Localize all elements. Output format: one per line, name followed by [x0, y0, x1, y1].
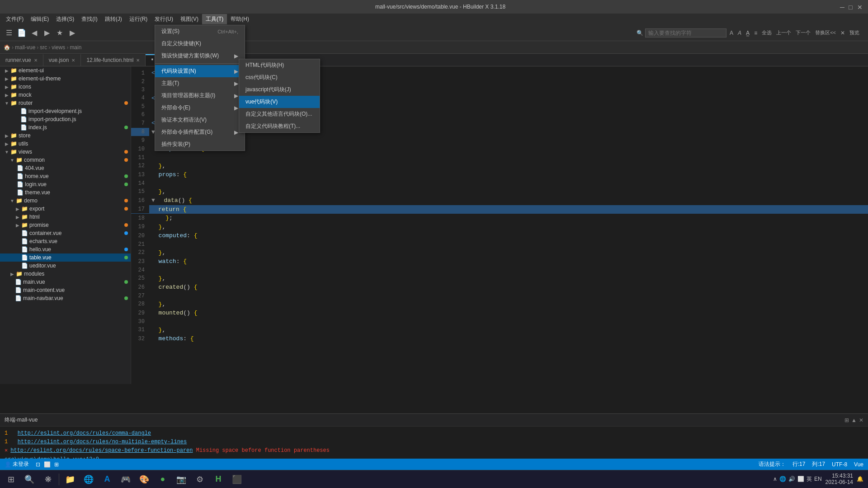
menu-plugin-install[interactable]: 插件安装(P) [155, 138, 245, 150]
toolbar-select-all[interactable]: 全选 [760, 29, 773, 36]
file-explorer-button[interactable]: 📁 [61, 471, 79, 488]
browser-button[interactable]: 🌐 [80, 471, 97, 488]
sidebar-item-theme[interactable]: 📄 theme.vue [0, 188, 131, 197]
sidebar-item-index-js[interactable]: 📄 index.js [0, 123, 131, 131]
tab-close-icon[interactable]: ✕ [136, 58, 140, 63]
submenu-tutorial[interactable]: 自定义代码块教程(T)... [239, 120, 320, 132]
camera-button[interactable]: 📷 [173, 471, 190, 488]
search-button[interactable]: 🔍 [21, 471, 38, 488]
menu-file[interactable]: 文件(F) [2, 14, 27, 24]
submenu-custom-lang[interactable]: 自定义其他语言代码块(O)... [239, 108, 320, 120]
toolbar-find-next[interactable]: 下一个 [794, 29, 812, 36]
start-button[interactable]: ⊞ [2, 471, 19, 488]
menu-select[interactable]: 选择(S) [52, 14, 78, 24]
sidebar-item-main-content[interactable]: 📄 main-content.vue [0, 286, 131, 294]
run-button[interactable]: ▶ [67, 28, 78, 38]
menu-settings[interactable]: 设置(S) Ctrl+Alt+, [155, 25, 245, 38]
toolbar-icon-underline[interactable]: A̲ [745, 30, 751, 36]
sidebar-item-promise[interactable]: ▶ 📁 promise [0, 221, 131, 229]
menu-find[interactable]: 查找(I) [78, 14, 101, 24]
sidebar-item-login[interactable]: 📄 login.vue [0, 180, 131, 188]
photoshop-button[interactable]: 🎨 [136, 471, 153, 488]
menu-project-icon-theme[interactable]: 项目管理器图标主题(I) ▶ [155, 89, 245, 102]
submenu-css[interactable]: css代码块(C) [239, 71, 320, 84]
tab-vue-json[interactable]: vue.json ✕ [43, 54, 81, 66]
sidebar-item-modules[interactable]: ▶ 📁 modules [0, 270, 131, 278]
menu-run[interactable]: 运行(R) [126, 14, 151, 24]
search-input[interactable] [645, 28, 726, 38]
menu-external-plugin-config[interactable]: 外部命令插件配置(G) ▶ [155, 126, 245, 138]
bc-views[interactable]: views [52, 44, 65, 51]
volume-icon[interactable]: 🔊 [788, 476, 795, 482]
eslint-link-2[interactable]: http://eslint.org/docs/rules/no-multiple… [18, 439, 187, 445]
toolbar-icon-align[interactable]: ≡ [753, 30, 759, 36]
maximize-button[interactable]: □ [849, 4, 855, 10]
toolbar-preview[interactable]: 预览 [848, 29, 861, 36]
submenu-html[interactable]: HTML代码块(H) [239, 59, 320, 71]
sidebar-item-html[interactable]: ▶ 📁 html [0, 213, 131, 221]
sidebar-item-element-ui[interactable]: ▶ 📁 element-ui [0, 66, 131, 75]
extra-button[interactable]: ⬛ [228, 471, 245, 488]
toolbar-replace[interactable]: 替换区<< [814, 29, 837, 36]
sidebar-item-export[interactable]: ▶ 📁 export [0, 205, 131, 213]
sidebar-item-import-prod[interactable]: 📄 import-production.js [0, 115, 131, 123]
toolbar-find-prev[interactable]: 上一个 [775, 29, 793, 36]
grid-icon[interactable]: ⊞ [54, 461, 59, 468]
toolbar-close-search[interactable]: ✕ [839, 30, 846, 36]
sidebar-item-import-dev[interactable]: 📄 import-development.js [0, 107, 131, 115]
terminal-close-icon[interactable]: ✕ [859, 417, 863, 423]
terminal-collapse-icon[interactable]: ▲ [851, 417, 857, 423]
sidebar-item-store[interactable]: ▶ 📁 store [0, 131, 131, 140]
menu-external-commands[interactable]: 外部命令(E) ▶ [155, 102, 245, 114]
menu-custom-shortcut[interactable]: 自定义快捷键(K) [155, 38, 245, 50]
menu-help[interactable]: 帮助(H) [227, 14, 253, 24]
tab-life-function[interactable]: 12.life-function.html ✕ [81, 54, 146, 66]
hbuilder-button[interactable]: H [210, 471, 227, 488]
menu-publish[interactable]: 发行(U) [151, 14, 177, 24]
submenu-vue[interactable]: vue代码块(V) [239, 96, 320, 108]
sidebar-item-main-navbar[interactable]: 📄 main-navbar.vue [0, 294, 131, 302]
notification-icon[interactable]: 🔔 [857, 476, 863, 482]
sidebar-item-home[interactable]: 📄 home.vue [0, 172, 131, 180]
tab-close-icon[interactable]: ✕ [71, 58, 75, 63]
sidebar-item-views[interactable]: ▼ 📁 views [0, 148, 131, 156]
menu-tools[interactable]: 工具(T) [202, 14, 227, 24]
tray-up-arrow[interactable]: ∧ [773, 476, 777, 482]
back-button[interactable]: ◀ [29, 28, 40, 38]
new-file-button[interactable]: 📄 [16, 28, 27, 38]
minimize-button[interactable]: ─ [840, 4, 846, 10]
menu-edit[interactable]: 编辑(E) [27, 14, 52, 24]
terminal-icon[interactable]: ⊡ [36, 461, 40, 468]
sidebar-item-router[interactable]: ▼ 📁 router [0, 99, 131, 107]
bc-main[interactable]: main [70, 44, 81, 51]
menu-jump[interactable]: 跳转(J) [101, 14, 126, 24]
menu-code-block[interactable]: 代码块设置(N) ▶ [155, 65, 245, 77]
sidebar-item-demo[interactable]: ▼ 📁 demo [0, 197, 131, 205]
split-icon[interactable]: ⬜ [44, 461, 51, 468]
menu-validate-syntax[interactable]: 验证本文档语法(V) [155, 114, 245, 126]
terminal-expand-icon[interactable]: ⊞ [844, 417, 849, 423]
sidebar-item-404[interactable]: 📄 404.vue [0, 164, 131, 172]
menu-theme[interactable]: 主题(T) ▶ [155, 77, 245, 89]
eslint-link-1[interactable]: http://eslint.org/docs/rules/comma-dangl… [18, 430, 151, 436]
vs-code-button[interactable]: A [99, 471, 116, 488]
menu-shortcut-scheme[interactable]: 预设快捷键方案切换(W) ▶ [155, 50, 245, 62]
sidebar-item-common[interactable]: ▼ 📁 common [0, 156, 131, 164]
sidebar-item-echarts[interactable]: 📄 echarts.vue [0, 237, 131, 245]
sidebar-item-table[interactable]: 📄 table.vue [0, 253, 131, 262]
network-icon[interactable]: 🌐 [779, 476, 786, 482]
status-not-logged-in[interactable]: 👤 未登录 [5, 460, 29, 468]
settings-button[interactable]: ⚙ [191, 471, 208, 488]
sidebar-item-element-ui-theme[interactable]: ▶ 📁 element-ui-theme [0, 75, 131, 83]
tab-close-icon[interactable]: ✕ [34, 58, 38, 63]
sidebar-item-main-vue[interactable]: 📄 main.vue [0, 278, 131, 286]
ime-icon[interactable]: 英 [807, 475, 812, 483]
bookmark-button[interactable]: ★ [54, 28, 65, 38]
chrome-button[interactable]: ● [154, 471, 171, 488]
ime-mode-icon[interactable]: EN [814, 476, 822, 482]
bc-mall-vue[interactable]: mall-vue [15, 44, 35, 51]
sidebar-item-icons[interactable]: ▶ 📁 icons [0, 83, 131, 91]
game-button[interactable]: 🎮 [117, 471, 134, 488]
close-button[interactable]: ✕ [857, 4, 863, 10]
eslint-link-3[interactable]: http://eslint.org/docs/rules/space-befor… [10, 447, 193, 454]
